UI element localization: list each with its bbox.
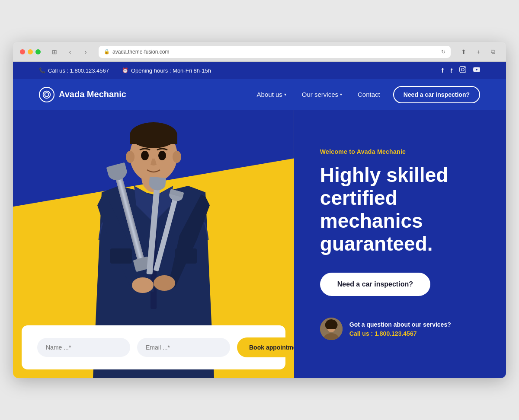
hours-info: ⏰ Opening hours : Mon-Fri 8h-15h <box>122 67 211 74</box>
svg-point-10 <box>154 275 175 291</box>
fullscreen-button[interactable] <box>35 49 41 54</box>
social-links: f t <box>442 66 480 75</box>
chevron-down-icon: ▾ <box>284 92 286 97</box>
svg-point-6 <box>141 151 149 160</box>
forward-button[interactable]: › <box>80 46 92 58</box>
logo[interactable]: Avada Mechanic <box>39 87 126 102</box>
top-bar-left: 📞 Call us : 1.800.123.4567 ⏰ Opening hou… <box>39 67 211 74</box>
facebook-icon[interactable]: f <box>442 67 444 74</box>
hero-title: Highly skilled certified mechanics guara… <box>320 164 484 255</box>
browser-window: ⊞ ‹ › 🔒 avada.theme-fusion.com ↻ ⬆ + ⧉ 📞… <box>13 42 506 378</box>
refresh-icon[interactable]: ↻ <box>441 49 445 55</box>
browser-actions: ⬆ + ⧉ <box>458 46 499 58</box>
nav-cta-button[interactable]: Need a car inspection? <box>393 86 480 103</box>
clock-icon: ⏰ <box>122 67 128 73</box>
svg-point-5 <box>173 151 181 163</box>
contact-text: Got a question about our services? Call … <box>349 321 451 337</box>
hero-right-panel: Welcome to Avada Mechanic Highly skilled… <box>294 110 506 378</box>
hero-cta-button[interactable]: Need a car inspection? <box>320 273 430 296</box>
website-content: 📞 Call us : 1.800.123.4567 ⏰ Opening hou… <box>13 62 506 378</box>
hero-tagline: Welcome to Avada Mechanic <box>320 148 484 155</box>
tab-manager-button[interactable]: ⧉ <box>487 46 499 58</box>
url-text: avada.theme-fusion.com <box>112 49 169 55</box>
svg-rect-24 <box>175 248 197 264</box>
contact-question: Got a question about our services? <box>349 321 451 328</box>
instagram-icon[interactable] <box>459 66 466 75</box>
phone-icon: 📞 <box>39 67 45 73</box>
call-label: Call us : 1.800.123.4567 <box>48 67 109 74</box>
hero-left-panel: Book appointment <box>13 110 294 378</box>
phone-info: 📞 Call us : 1.800.123.4567 <box>39 67 109 74</box>
svg-point-9 <box>132 277 154 293</box>
nav-label-about: About us <box>257 91 282 98</box>
nav-links: About us ▾ Our services ▾ Contact <box>257 91 380 98</box>
contact-phone[interactable]: Call us : 1.800.123.4567 <box>349 330 451 337</box>
nav-item-services[interactable]: Our services ▾ <box>302 91 342 98</box>
hero-contact: Got a question about our services? Call … <box>320 318 484 340</box>
sidebar-toggle[interactable]: ⊞ <box>48 46 61 58</box>
traffic-lights <box>20 49 41 54</box>
lock-icon: 🔒 <box>104 49 110 54</box>
chevron-down-icon-2: ▾ <box>340 92 342 97</box>
logo-icon <box>39 87 54 102</box>
email-input[interactable] <box>137 338 230 357</box>
youtube-icon[interactable] <box>473 66 480 75</box>
close-button[interactable] <box>20 49 25 54</box>
hero-section: Book appointment Welcome to Avada Mechan… <box>13 110 506 378</box>
nav-label-services: Our services <box>302 91 338 98</box>
hours-label: Opening hours : Mon-Fri 8h-15h <box>131 67 211 74</box>
new-tab-button[interactable]: + <box>472 46 484 58</box>
appointment-form: Book appointment <box>22 325 285 369</box>
book-appointment-button[interactable]: Book appointment <box>237 337 294 357</box>
svg-rect-23 <box>110 248 132 264</box>
top-bar: 📞 Call us : 1.800.123.4567 ⏰ Opening hou… <box>13 62 506 79</box>
svg-point-4 <box>126 151 135 163</box>
nav-label-contact: Contact <box>358 91 380 98</box>
share-button[interactable]: ⬆ <box>458 46 470 58</box>
name-input[interactable] <box>37 338 130 357</box>
minimize-button[interactable] <box>28 49 33 54</box>
logo-text: Avada Mechanic <box>59 89 126 99</box>
avatar <box>320 318 343 340</box>
twitter-icon[interactable]: t <box>450 67 452 74</box>
address-bar[interactable]: 🔒 avada.theme-fusion.com ↻ <box>99 46 451 58</box>
navbar: Avada Mechanic About us ▾ Our services ▾… <box>13 79 506 110</box>
svg-rect-3 <box>130 135 177 144</box>
nav-item-about[interactable]: About us ▾ <box>257 91 286 98</box>
browser-titlebar: ⊞ ‹ › 🔒 avada.theme-fusion.com ↻ ⬆ + ⧉ <box>13 42 506 62</box>
back-button[interactable]: ‹ <box>64 46 76 58</box>
svg-point-7 <box>158 151 166 160</box>
nav-item-contact[interactable]: Contact <box>358 91 380 98</box>
